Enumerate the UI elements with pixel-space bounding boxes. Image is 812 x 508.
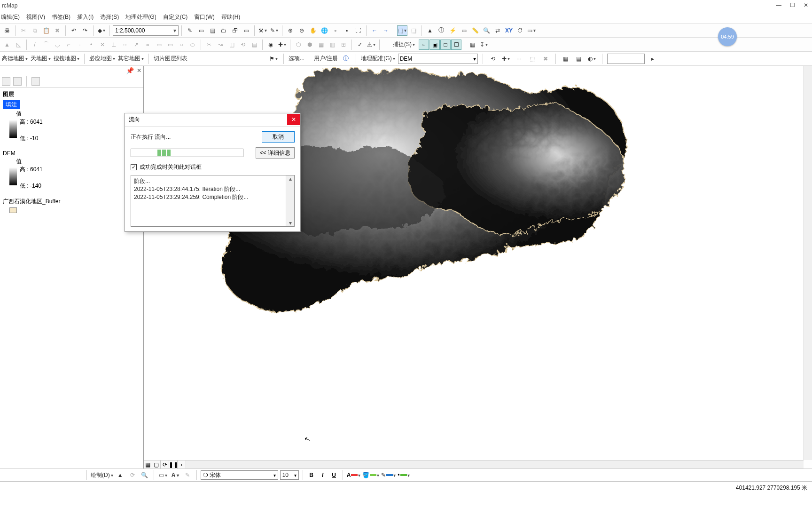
redo-icon[interactable]: ↷ [80,25,90,36]
georef-table-icon[interactable]: ▦ [561,54,571,64]
pause-drawing-icon[interactable]: ❚❚ [169,460,178,469]
find-icon[interactable]: 🔍 [481,25,492,36]
catalog-icon[interactable]: 🗀 [219,25,229,36]
scale-dropdown[interactable]: 1:2,500,000 [113,25,179,36]
log-textarea[interactable]: 阶段... 2022-11-05T23:28:44.175: Iteration… [131,175,295,227]
dialog-close-button[interactable]: ✕ [287,114,300,125]
zoomin-icon[interactable]: ⊕ [285,25,296,36]
fixed-zoomin-icon[interactable]: ▫ [330,25,341,36]
sketch-const-icon[interactable]: ◉ [265,40,276,50]
data-view-tab[interactable]: ▦ [144,460,152,469]
refresh-view-icon[interactable]: ⟳ [161,460,169,469]
clear-selection-icon[interactable]: ⬚ [408,25,419,36]
undo-icon[interactable]: ↶ [69,25,79,36]
snap-end-icon[interactable]: ▣ [429,40,440,50]
goto-xy-icon[interactable]: XY [504,25,514,36]
menu-insert[interactable]: 插入(I) [77,13,94,21]
italic-button[interactable]: I [318,470,328,480]
draw-select-icon[interactable]: ▲ [115,470,125,480]
fill-color-dropdown[interactable]: 🪣 [362,472,379,478]
pointer-icon[interactable]: ▲ [425,25,435,36]
minimize-button[interactable]: — [776,2,781,8]
model-builder-icon[interactable]: ⚒ [258,25,268,36]
line-color-dropdown[interactable]: ✎ [381,472,396,478]
create-features-icon[interactable]: ✚ [277,40,287,50]
select-features-icon[interactable]: ⬚ [397,25,407,36]
error-inspector-icon[interactable]: ⚠ [366,40,376,50]
info-icon[interactable]: ⓘ [341,54,351,64]
bing-dropdown[interactable]: 必应地图 [89,55,115,63]
validate-icon[interactable]: ✓ [355,40,365,50]
layer-fill[interactable]: 填洼 [3,100,20,109]
log-scrollbar[interactable]: ▴▾ [286,175,294,226]
layout-view-tab[interactable]: ▢ [152,460,161,469]
zoomout-icon[interactable]: ⊖ [297,25,307,36]
georef-search-input[interactable] [607,54,645,64]
toc-list-by-visibility-icon[interactable] [31,77,40,86]
draw-rectangle-icon[interactable]: ▭ [158,470,168,480]
layer-buffer[interactable]: 广西石漠化地区_Buffer [3,198,60,205]
font-size-dropdown[interactable]: 10 [280,470,299,480]
snap-edge-icon[interactable]: ☐ [451,40,461,50]
georef-options-icon[interactable]: ◐ [587,54,597,64]
menu-customize[interactable]: 自定义(C) [163,13,188,21]
underline-button[interactable]: U [329,470,339,480]
globe-icon[interactable]: 🌐 [319,25,329,36]
snap-point-icon[interactable]: ○ [419,40,429,50]
html-popup-icon[interactable]: ▭ [459,25,469,36]
python-window-icon[interactable]: ▭ [241,25,251,36]
draw-text-icon[interactable]: A [170,470,180,480]
prev-extent-icon[interactable]: ← [369,25,380,36]
search-window-icon[interactable]: 🗗 [230,25,240,36]
menu-edit[interactable]: 编辑(E) [1,13,20,21]
window-dropdown-icon[interactable]: ▭ [526,25,537,36]
draw-menu[interactable]: 绘制(D) [91,471,113,479]
close-on-complete-checkbox[interactable] [131,164,137,170]
georef-view-icon[interactable]: ▤ [574,54,584,64]
cancel-button[interactable]: 取消 [262,131,295,143]
close-button[interactable]: ✕ [804,2,808,8]
other-maps-dropdown[interactable]: 其它地图 [118,55,144,63]
fixed-zoomout-icon[interactable]: ▪ [342,25,352,36]
pen-tool-icon[interactable]: ✎ [269,25,279,36]
marker-color-dropdown[interactable]: • [398,472,409,478]
editor-toolbar-icon[interactable]: ✎ [185,25,195,36]
georef-layer-dropdown[interactable]: DEM▾ [398,54,478,64]
details-button[interactable]: << 详细信息 [256,147,295,159]
identify-icon[interactable]: ⓘ [436,25,446,36]
menu-view[interactable]: 视图(V) [26,13,45,21]
snap-vertex-icon[interactable]: □ [440,40,451,50]
draw-zoom-icon[interactable]: 🔍 [140,470,150,480]
menu-windows[interactable]: 窗口(W) [194,13,214,21]
gaode-dropdown[interactable]: 高德地图 [2,55,28,63]
menu-geoprocessing[interactable]: 地理处理(G) [125,13,156,21]
login-label[interactable]: 用户/注册 [314,55,338,63]
snap-options-icon[interactable]: ↧ [478,40,489,50]
font-color-dropdown[interactable]: A [347,472,361,478]
layer-dem[interactable]: DEM [3,150,16,157]
font-dropdown[interactable]: ❍ 宋体 [201,470,278,480]
soso-dropdown[interactable]: 搜搜地图 [54,55,79,63]
georef-menu[interactable]: 地理配准(G) [361,55,395,63]
print-icon[interactable]: 🖶 [2,25,12,36]
toc-list-by-source-icon[interactable] [13,77,22,86]
add-data-icon[interactable]: ◆ [96,25,107,36]
options-button[interactable]: 选项... [289,55,304,63]
measure-icon[interactable]: 📏 [470,25,480,36]
time-slider-icon[interactable]: ⏱ [515,25,525,36]
menu-selection[interactable]: 选择(S) [100,13,119,21]
map-vertical-scrollbar[interactable] [804,66,812,460]
bold-button[interactable]: B [307,470,316,480]
georef-add-control-icon[interactable]: ✚ [501,54,511,64]
toc-list-by-drawing-icon[interactable] [2,77,10,86]
tianditu-dropdown[interactable]: 天地图 [31,55,51,63]
layer-flag-icon[interactable]: ⚑ [268,54,279,64]
toc-close-icon[interactable]: ✕ [137,67,141,74]
toc-icon[interactable]: ▤ [207,25,218,36]
georef-rotate-icon[interactable]: ⟲ [488,54,498,64]
find-route-icon[interactable]: ⇄ [492,25,503,36]
menu-help[interactable]: 帮助(H) [221,13,241,21]
snapping-menu[interactable]: 捕捉(S) [393,40,415,48]
maximize-button[interactable]: ☐ [790,2,795,8]
tile-layer-list[interactable]: 切片图层列表 [154,55,187,63]
